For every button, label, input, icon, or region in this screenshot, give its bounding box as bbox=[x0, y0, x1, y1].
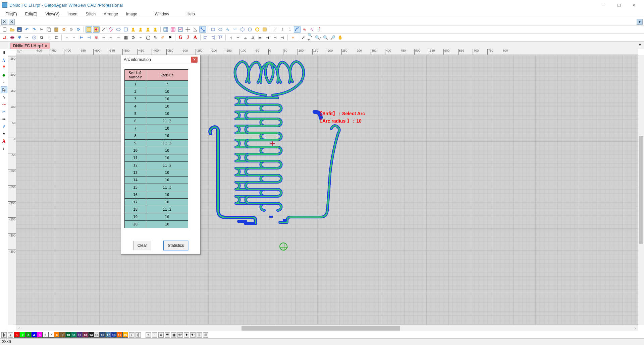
color-swatch[interactable]: 14 bbox=[88, 332, 94, 338]
dash-icon[interactable]: ┄ bbox=[100, 34, 107, 41]
dist-v5-icon[interactable]: ⫥ bbox=[279, 34, 286, 41]
menu-image[interactable]: Image bbox=[122, 11, 141, 17]
dist-v1-icon[interactable]: ⫡ bbox=[250, 34, 256, 41]
curve2-icon[interactable]: ⤵ bbox=[286, 26, 293, 33]
shape1-icon[interactable] bbox=[115, 26, 122, 33]
flag-icon[interactable]: ⚑ bbox=[167, 34, 173, 41]
locate-icon[interactable]: ⌖ bbox=[289, 34, 296, 41]
pencil-icon[interactable]: ✎ bbox=[152, 34, 159, 41]
arc-table-row[interactable]: 310 bbox=[125, 95, 188, 103]
arc-table-row[interactable]: 1211.2 bbox=[125, 162, 188, 169]
menu-window[interactable]: Window bbox=[151, 11, 173, 17]
dot-icon[interactable]: ⊙ bbox=[130, 34, 137, 41]
vt-n-icon[interactable]: N bbox=[1, 57, 7, 64]
grid-icon[interactable] bbox=[162, 26, 169, 33]
close-button[interactable]: ✕ bbox=[627, 0, 642, 10]
color-swatch[interactable]: 3 bbox=[25, 332, 31, 338]
color-swatch[interactable]: 20 bbox=[122, 332, 128, 338]
wave-icon[interactable]: 〰 bbox=[232, 26, 238, 33]
color-swatch[interactable]: 18 bbox=[111, 332, 117, 338]
align-t-icon[interactable] bbox=[217, 34, 224, 41]
settings2-icon[interactable]: ⚙ bbox=[68, 26, 74, 33]
fork-icon[interactable]: Ψ bbox=[16, 34, 23, 41]
gridsmall-icon[interactable]: ▦ bbox=[122, 34, 129, 41]
color-swatch[interactable]: 4 bbox=[31, 332, 37, 338]
align-l-icon[interactable] bbox=[202, 34, 209, 41]
arc-tool-icon[interactable] bbox=[294, 26, 301, 33]
cb-eye2-icon[interactable]: 👁 bbox=[184, 332, 189, 338]
statistics-button[interactable]: Statistics bbox=[163, 241, 188, 250]
arc-table-row[interactable]: 1811.2 bbox=[125, 206, 188, 213]
cb-grid-icon[interactable]: ▦ bbox=[171, 332, 176, 338]
arc-table-row[interactable]: 1610 bbox=[125, 191, 188, 199]
open-icon[interactable] bbox=[9, 26, 15, 33]
hscroll-thumb[interactable] bbox=[241, 326, 400, 331]
color-swatch[interactable]: 17 bbox=[105, 332, 111, 338]
undo-icon[interactable]: ↶ bbox=[23, 26, 30, 33]
clear-button[interactable]: Clear bbox=[133, 241, 152, 250]
vt-square-icon[interactable]: ▫ bbox=[1, 79, 7, 86]
dist-h2-icon[interactable]: ⫟ bbox=[235, 34, 241, 41]
vt-pen-icon[interactable]: ✒ bbox=[1, 131, 7, 137]
tab-dropdown-icon[interactable]: ▾ bbox=[637, 42, 643, 48]
circle-icon[interactable] bbox=[247, 26, 253, 33]
zoom-in-icon[interactable]: 🔍+ bbox=[307, 34, 314, 41]
hscroll-right-icon[interactable]: › bbox=[632, 326, 638, 331]
arc-table-row[interactable]: 611.3 bbox=[125, 118, 188, 125]
dialog-titlebar[interactable]: Arc information ✕ bbox=[121, 55, 200, 64]
cut-icon[interactable]: ✂ bbox=[38, 26, 45, 33]
curve1-icon[interactable]: ⤴ bbox=[279, 26, 286, 33]
rect-icon[interactable] bbox=[210, 26, 216, 33]
dialog-close-button[interactable]: ✕ bbox=[191, 57, 198, 63]
minus-icon[interactable]: − bbox=[137, 34, 144, 41]
pan-icon[interactable]: ✋ bbox=[337, 34, 343, 41]
link-icon[interactable]: ⧉ bbox=[38, 34, 45, 41]
user1-icon[interactable] bbox=[130, 26, 137, 33]
path-icon[interactable]: ∿ bbox=[224, 26, 231, 33]
swap-icon[interactable]: ⇄ bbox=[1, 34, 8, 41]
nav-next-icon[interactable]: › bbox=[129, 332, 135, 338]
chain-icon[interactable]: ⌇ bbox=[46, 34, 52, 41]
color-swatch[interactable]: 11 bbox=[71, 332, 77, 338]
letter-g-icon[interactable]: G bbox=[177, 34, 184, 41]
letter-j-icon[interactable]: J bbox=[184, 34, 191, 41]
color-swatch[interactable]: 6 bbox=[43, 332, 48, 338]
spline1-icon[interactable]: ∿ bbox=[301, 26, 308, 33]
drawing-canvas[interactable]: 【Shfit】：Select Arc 【Arc radius 】：10 Arc … bbox=[16, 55, 638, 325]
vt-diamond-icon[interactable]: ◆ bbox=[1, 72, 7, 78]
line-tool-icon[interactable] bbox=[100, 26, 107, 33]
arc-table-row[interactable]: 1110 bbox=[125, 154, 188, 162]
vt-edit-icon[interactable]: ↘ bbox=[1, 94, 7, 100]
color-swatch[interactable]: 15 bbox=[94, 332, 100, 338]
arc-table-row[interactable]: 1410 bbox=[125, 177, 188, 184]
dist-v4-icon[interactable]: ⫤ bbox=[272, 34, 278, 41]
dist-h3-icon[interactable]: ⫠ bbox=[242, 34, 249, 41]
cb-list-icon[interactable]: ≡ bbox=[158, 332, 164, 338]
dist-v2-icon[interactable]: ⫢ bbox=[257, 34, 264, 41]
ring-icon[interactable] bbox=[254, 26, 261, 33]
user4-icon[interactable] bbox=[152, 26, 159, 33]
arc-table-row[interactable]: 410 bbox=[125, 103, 188, 110]
document-tab-close-icon[interactable]: × bbox=[45, 44, 47, 48]
arc-table-row[interactable]: 210 bbox=[125, 88, 188, 95]
cb-eye3-icon[interactable]: 👁 bbox=[190, 332, 196, 338]
color-swatch[interactable]: 16 bbox=[100, 332, 105, 338]
shape2-icon[interactable] bbox=[122, 26, 129, 33]
corner2-icon[interactable]: ¬ bbox=[71, 34, 77, 41]
nav-last-icon[interactable]: ›| bbox=[136, 332, 141, 338]
dialog-scrollbar-thumb[interactable] bbox=[193, 69, 197, 99]
minimize-button[interactable]: ─ bbox=[596, 0, 611, 10]
vt-more-icon[interactable]: ⠇ bbox=[1, 145, 7, 152]
vt-pin-icon[interactable]: 📍 bbox=[1, 64, 7, 71]
menu-view[interactable]: View(V) bbox=[41, 11, 63, 17]
cb-opt2-icon[interactable]: ⊞ bbox=[203, 332, 208, 338]
panel-close-2[interactable]: ✕ bbox=[9, 19, 15, 25]
zigzag-icon[interactable]: ≋ bbox=[93, 34, 100, 41]
zoom-out-icon[interactable]: 🔍- bbox=[315, 34, 321, 41]
arc-table-row[interactable]: 1310 bbox=[125, 169, 188, 177]
vt-text-icon[interactable]: A bbox=[1, 138, 7, 145]
ring2-icon[interactable]: ◯ bbox=[145, 34, 151, 41]
nav-first-icon[interactable]: |‹ bbox=[1, 332, 7, 338]
arc-table-row[interactable]: 1710 bbox=[125, 199, 188, 206]
arc-table-row[interactable]: 710 bbox=[125, 125, 188, 132]
